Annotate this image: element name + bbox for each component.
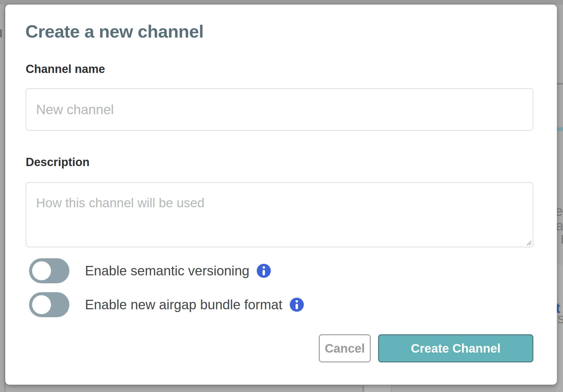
background-teal-bar xyxy=(557,127,563,131)
description-field xyxy=(26,182,533,247)
airgap-bundle-toggle[interactable] xyxy=(29,292,69,317)
clipped-text-fragment xyxy=(561,235,563,244)
clipped-text-fragment: s xyxy=(557,311,563,325)
cancel-button[interactable]: Cancel xyxy=(319,334,371,362)
background-table-border xyxy=(391,385,392,392)
toggle-knob xyxy=(32,261,51,280)
semantic-versioning-row: Enable semantic versioning xyxy=(29,258,271,283)
airgap-bundle-label: Enable new airgap bundle format xyxy=(85,297,282,312)
background-divider-line xyxy=(557,83,563,85)
channel-name-input[interactable] xyxy=(26,88,533,131)
semantic-versioning-toggle[interactable] xyxy=(29,258,69,283)
background-table-cell xyxy=(364,385,391,392)
description-label: Description xyxy=(26,156,90,169)
background-left-mark xyxy=(0,29,2,37)
create-channel-modal: Create a new channel Channel name Descri… xyxy=(5,5,557,385)
create-channel-button[interactable]: Create Channel xyxy=(378,334,533,362)
info-icon[interactable] xyxy=(257,264,271,278)
channel-name-label: Channel name xyxy=(26,63,105,76)
info-icon[interactable] xyxy=(290,298,304,312)
airgap-bundle-row: Enable new airgap bundle format xyxy=(29,292,304,317)
description-textarea[interactable] xyxy=(26,182,533,247)
modal-title: Create a new channel xyxy=(25,21,204,42)
background-top-band xyxy=(0,0,563,5)
semantic-versioning-label: Enable semantic versioning xyxy=(85,263,249,278)
resize-handle-icon[interactable] xyxy=(524,238,532,246)
toggle-knob xyxy=(32,295,51,314)
background-right-section xyxy=(557,265,563,392)
